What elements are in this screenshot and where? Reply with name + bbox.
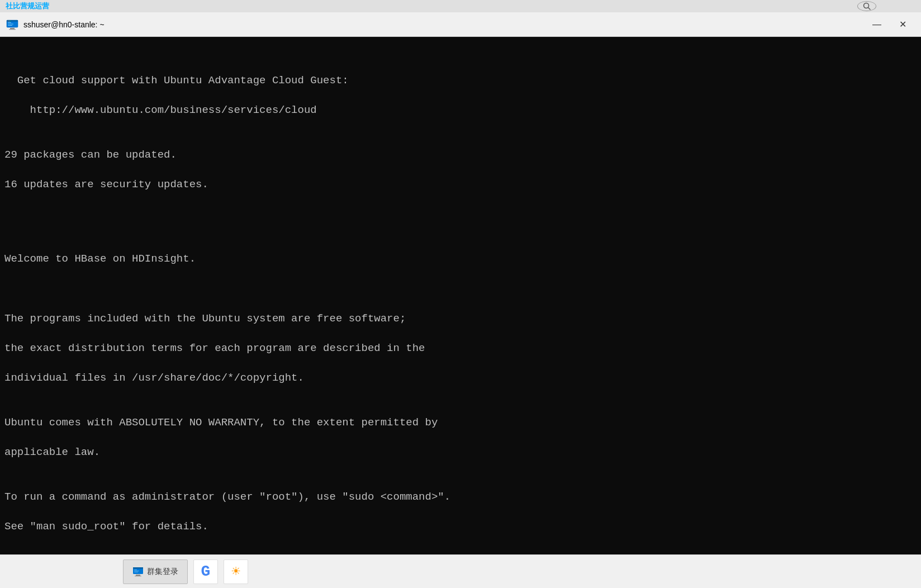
terminal-line-15: individual files in /usr/share/doc/*/cop… [4, 371, 917, 386]
title-bar: sshuser@hn0-stanle: ~ — ✕ [0, 12, 921, 37]
top-strip: 社比营规运营 [0, 0, 921, 12]
taskbar-item-cluster[interactable]: 群集登录 [123, 559, 188, 584]
terminal-body[interactable]: Get cloud support with Ubuntu Advantage … [0, 37, 921, 554]
terminal-line-13: The programs included with the Ubuntu sy… [4, 311, 917, 326]
terminal-line-18: applicable law. [4, 445, 917, 460]
cluster-icon [132, 566, 144, 577]
terminal-app-icon [6, 18, 19, 31]
svg-rect-16 [134, 570, 137, 570]
svg-rect-7 [8, 23, 13, 24]
terminal-line-2: Get cloud support with Ubuntu Advantage … [4, 73, 917, 88]
taskbar-other-icon[interactable]: ☀ [224, 559, 248, 584]
terminal-line-21: See "man sudo_root" for details. [4, 519, 917, 534]
terminal-line-6: 16 updates are security updates. [4, 177, 917, 192]
terminal-line-20: To run a command as administrator (user … [4, 490, 917, 505]
svg-point-9 [8, 21, 8, 21]
svg-rect-8 [8, 25, 12, 26]
minimize-button[interactable]: — [864, 12, 890, 37]
terminal-line-5: 29 packages can be updated. [4, 148, 917, 163]
taskbar: 群集登录 G ☀ [0, 554, 921, 588]
title-bar-text: sshuser@hn0-stanle: ~ [23, 20, 105, 29]
svg-line-1 [868, 8, 871, 10]
top-strip-text: 社比营规运营 [6, 1, 49, 11]
svg-rect-5 [9, 29, 16, 30]
svg-rect-15 [135, 576, 141, 576]
cluster-label: 群集登录 [147, 567, 178, 577]
terminal-line-17: Ubuntu comes with ABSOLUTELY NO WARRANTY… [4, 415, 917, 430]
terminal-output: Get cloud support with Ubuntu Advantage … [4, 44, 917, 554]
terminal-line-14: the exact distribution terms for each pr… [4, 341, 917, 356]
taskbar-google-icon[interactable]: G [193, 559, 218, 584]
title-bar-controls: — ✕ [864, 12, 915, 36]
svg-rect-14 [136, 575, 140, 576]
g-letter: G [201, 563, 211, 580]
svg-rect-6 [8, 22, 11, 23]
terminal-line-10: Welcome to HBase on HDInsight. [4, 252, 917, 267]
svg-point-10 [9, 21, 10, 21]
search-icon[interactable] [857, 1, 876, 11]
y-symbol: ☀ [231, 563, 240, 581]
window-frame: 社比营规运营 [0, 0, 921, 588]
svg-rect-13 [133, 567, 143, 569]
svg-rect-4 [10, 28, 15, 29]
terminal-line-3: http://www.ubuntu.com/business/services/… [4, 103, 917, 118]
svg-point-11 [10, 21, 11, 21]
close-button[interactable]: ✕ [890, 12, 915, 37]
svg-rect-17 [134, 571, 139, 571]
svg-rect-18 [134, 572, 138, 572]
